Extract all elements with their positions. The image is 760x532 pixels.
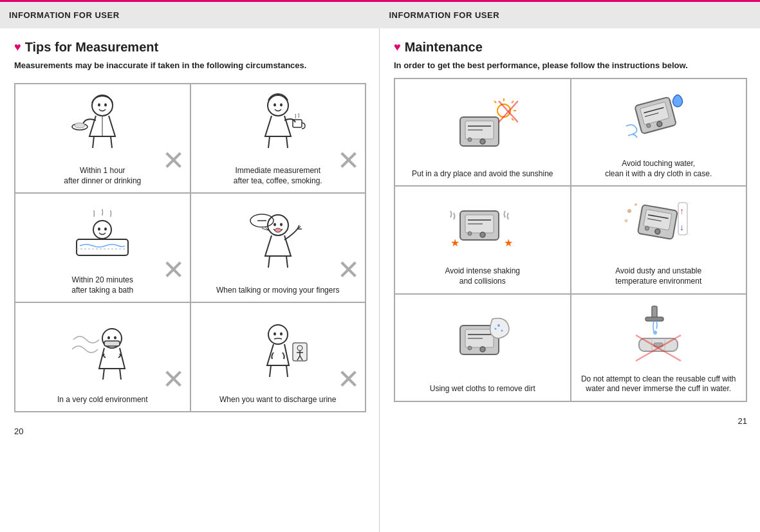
- svg-point-80: [468, 346, 472, 350]
- tips-cell-6: When you want to discharge urine ✕: [190, 302, 366, 412]
- svg-point-61: [480, 232, 485, 237]
- maint-label-4: Avoid dusty and unstabletemperature envi…: [615, 266, 701, 286]
- tips-label-3: Within 20 minutesafter taking a bath: [71, 275, 133, 295]
- svg-point-27: [268, 325, 288, 344]
- maint-label-1: Put in a dry place and avoid the sunshin…: [412, 169, 553, 179]
- svg-point-69: [654, 229, 660, 235]
- svg-point-68: [645, 226, 649, 231]
- svg-rect-86: [645, 317, 663, 321]
- cuff-water-illus: [623, 300, 694, 371]
- maint-cell-2: Avoid touching water,clean it with a dry…: [571, 78, 747, 186]
- maint-label-6: Do not attempt to clean the reusable cuf…: [575, 374, 743, 394]
- svg-point-72: [625, 219, 628, 223]
- svg-point-87: [653, 331, 657, 335]
- device-sun-illus: [447, 95, 518, 165]
- left-page: ♥ Tips for Measurement Measurements may …: [0, 28, 380, 532]
- svg-point-11: [93, 221, 111, 239]
- svg-point-28: [273, 332, 276, 335]
- tips-grid: Within 1 hourafter dinner or drinking ✕: [14, 83, 366, 412]
- svg-point-15: [273, 223, 276, 226]
- person-eating-illus: [67, 91, 138, 162]
- top-bar-right: INFORMATION FOR USER: [380, 2, 761, 28]
- svg-point-41: [480, 139, 485, 144]
- x-mark-4: ✕: [337, 257, 360, 284]
- svg-rect-9: [77, 239, 128, 255]
- person-bath-illus: [67, 201, 138, 271]
- maint-label-5: Using wet cloths to remove dirt: [430, 384, 535, 394]
- tips-label-1: Within 1 hourafter dinner or drinking: [64, 166, 141, 186]
- tips-cell-5: In a very cold environment ✕: [15, 302, 190, 412]
- svg-point-16: [280, 223, 283, 226]
- tips-cell-1: Within 1 hourafter dinner or drinking ✕: [15, 84, 190, 193]
- svg-text:↑: ↑: [680, 206, 684, 216]
- right-header-title: INFORMATION FOR USER: [389, 10, 500, 20]
- svg-line-47: [494, 101, 496, 103]
- maint-cell-4: ↑ ↓ Avoid dusty and unstabletemperature …: [571, 186, 747, 293]
- svg-point-4: [75, 123, 85, 128]
- heart-icon: ♥: [14, 41, 21, 54]
- x-mark-5: ✕: [162, 366, 185, 393]
- tips-label-5: In a very cold environment: [57, 395, 148, 405]
- tips-cell-3: Within 20 minutesafter taking a bath ✕: [15, 193, 190, 302]
- device-shake-illus: ★ ★: [447, 192, 518, 262]
- x-mark-2: ✕: [337, 147, 360, 174]
- maintenance-section-title: ♥ Maintenance: [394, 40, 747, 55]
- svg-point-81: [480, 347, 485, 352]
- top-bar: INFORMATION FOR USER INFORMATION FOR USE…: [0, 0, 760, 28]
- left-header-title: INFORMATION FOR USER: [9, 10, 120, 20]
- tips-label-2: Immediate measurementafter tea, coffee, …: [234, 166, 322, 186]
- svg-point-84: [494, 328, 496, 330]
- svg-point-6: [273, 104, 276, 107]
- device-cloth-illus: [447, 309, 518, 380]
- svg-text:↓: ↓: [680, 222, 684, 232]
- svg-point-5: [268, 95, 288, 116]
- svg-point-17: [275, 228, 281, 232]
- tips-label-4: When talking or moving your fingers: [216, 286, 339, 296]
- svg-point-7: [280, 104, 283, 107]
- svg-point-1: [98, 104, 100, 107]
- svg-point-29: [280, 332, 283, 335]
- svg-point-12: [98, 228, 100, 231]
- svg-point-2: [104, 104, 107, 107]
- tips-subtitle: Measurements may be inaccurate if taken …: [14, 60, 366, 71]
- svg-rect-26: [104, 341, 120, 346]
- x-mark-1: ✕: [162, 147, 185, 174]
- maintenance-grid: Put in a dry place and avoid the sunshin…: [394, 78, 747, 402]
- person-cold-illus: [67, 320, 138, 391]
- heart-icon-right: ♥: [394, 41, 401, 54]
- svg-point-60: [468, 232, 472, 235]
- right-page-number: 21: [738, 416, 747, 426]
- person-talking-illus: [243, 211, 313, 282]
- tips-label-6: When you want to discharge urine: [219, 395, 336, 405]
- maint-label-3: Avoid intense shakingand collisions: [445, 266, 520, 286]
- x-mark-6: ✕: [337, 366, 360, 393]
- maint-label-2: Avoid touching water,clean it with a dry…: [605, 159, 712, 179]
- svg-point-13: [104, 228, 107, 231]
- maint-cell-5: Using wet cloths to remove dirt: [394, 294, 571, 401]
- device-dust-illus: ↑ ↓: [623, 192, 694, 262]
- svg-point-40: [468, 138, 472, 142]
- top-bar-left: INFORMATION FOR USER: [0, 2, 380, 28]
- maintenance-subtitle: In order to get the best performance, pl…: [394, 60, 747, 71]
- svg-text:★: ★: [504, 237, 513, 248]
- svg-point-24: [107, 336, 110, 339]
- maint-cell-1: Put in a dry place and avoid the sunshin…: [394, 78, 571, 186]
- tips-cell-4: When talking or moving your fingers ✕: [190, 193, 366, 302]
- maint-cell-3: ★ ★ Avoid intense shakingand collisions: [394, 186, 571, 293]
- maint-cell-6: Do not attempt to clean the reusable cuf…: [571, 294, 747, 401]
- svg-line-44: [512, 101, 514, 103]
- main-content: ♥ Tips for Measurement Measurements may …: [0, 28, 760, 532]
- svg-point-83: [501, 330, 503, 332]
- x-mark-3: ✕: [162, 257, 185, 284]
- device-water-illus: [623, 84, 694, 155]
- person-coffee-illus: [243, 91, 313, 162]
- svg-point-25: [114, 336, 116, 339]
- svg-point-71: [635, 203, 637, 206]
- left-page-number: 20: [14, 427, 23, 436]
- tips-section-title: ♥ Tips for Measurement: [14, 40, 366, 55]
- tips-cell-2: Immediate measurementafter tea, coffee, …: [190, 84, 366, 193]
- svg-point-70: [627, 209, 631, 213]
- svg-text:★: ★: [450, 237, 459, 248]
- svg-point-82: [497, 324, 500, 327]
- svg-line-46: [512, 118, 514, 120]
